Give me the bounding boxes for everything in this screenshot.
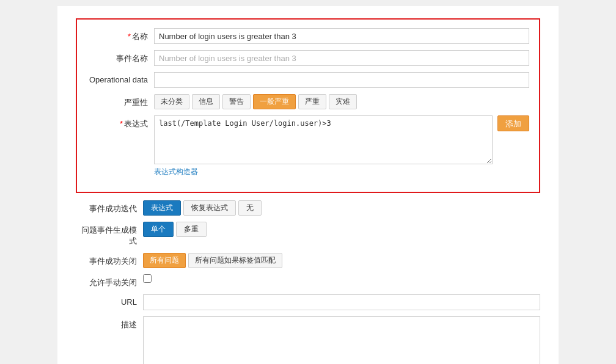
expr-required-star: * [120, 119, 123, 128]
url-label: URL [76, 294, 143, 307]
mode-multiple-btn[interactable]: 多重 [176, 222, 207, 237]
manual-close-checkbox-wrapper [143, 274, 152, 283]
sev-warning[interactable]: 警告 [222, 94, 251, 109]
sev-average[interactable]: 一般严重 [253, 94, 296, 109]
manual-close-label: 允许手动关闭 [76, 274, 143, 288]
expression-input-row: last(/Template Login User/login.user)>3 … [154, 115, 529, 164]
expression-textarea[interactable]: last(/Template Login User/login.user)>3 [154, 115, 493, 164]
description-label: 描述 [76, 316, 143, 330]
severity-row: 严重性 未分类 信息 警告 一般严重 严重 灾难 [87, 94, 529, 109]
manual-close-row: 允许手动关闭 [76, 274, 540, 288]
event-name-label: 事件名称 [87, 50, 154, 64]
expression-label: *表达式 [87, 115, 154, 129]
expression-row: *表达式 last(/Template Login User/login.use… [87, 115, 529, 177]
operational-data-row: Operational data [87, 72, 529, 88]
close-all-issues-btn[interactable]: 所有问题 [143, 253, 186, 268]
close-tag-match-btn[interactable]: 所有问题如果标签值匹配 [188, 253, 282, 268]
sev-info[interactable]: 信息 [192, 94, 220, 109]
name-row: *名称 [87, 28, 529, 44]
expression-builder-link[interactable]: 表达式构造器 [154, 167, 529, 177]
problem-mode-label: 问题事件生成模式 [76, 222, 143, 247]
close-button-group: 所有问题 所有问题如果标签值匹配 [143, 253, 282, 268]
sev-high[interactable]: 严重 [298, 94, 326, 109]
problem-mode-row: 问题事件生成模式 单个 多重 [76, 222, 540, 247]
event-name-input[interactable] [154, 50, 529, 66]
close-row: 事件成功关闭 所有问题 所有问题如果标签值匹配 [76, 253, 540, 268]
description-row: 描述 [76, 316, 540, 364]
event-name-row: 事件名称 [87, 50, 529, 66]
name-label: *名称 [87, 28, 154, 42]
severity-button-group: 未分类 信息 警告 一般严重 严重 灾难 [154, 94, 357, 109]
recovery-none-btn[interactable]: 无 [238, 200, 262, 216]
sev-unclassified[interactable]: 未分类 [154, 94, 189, 109]
description-textarea[interactable] [143, 316, 540, 364]
name-input[interactable] [154, 28, 529, 44]
sev-disaster[interactable]: 灾难 [329, 94, 357, 109]
recovery-button-group: 表达式 恢复表达式 无 [143, 200, 262, 216]
required-star: * [128, 32, 131, 41]
operational-data-input[interactable] [154, 72, 529, 88]
manual-close-checkbox[interactable] [143, 274, 152, 283]
expression-content: last(/Template Login User/login.user)>3 … [154, 115, 529, 177]
trigger-config-section: *名称 事件名称 Operational data 严重性 未分类 信息 警告 … [76, 18, 540, 193]
severity-label: 严重性 [87, 94, 154, 108]
mode-single-btn[interactable]: 单个 [143, 222, 174, 237]
operational-data-label: Operational data [87, 72, 154, 84]
recovery-expression-btn[interactable]: 表达式 [143, 200, 181, 216]
add-expression-button[interactable]: 添加 [497, 115, 529, 131]
close-label: 事件成功关闭 [76, 253, 143, 267]
url-row: URL [76, 294, 540, 310]
mode-button-group: 单个 多重 [143, 222, 207, 237]
url-input[interactable] [143, 294, 540, 310]
recovery-restore-btn[interactable]: 恢复表达式 [183, 200, 236, 216]
form-container: *名称 事件名称 Operational data 严重性 未分类 信息 警告 … [57, 6, 559, 364]
recovery-row: 事件成功迭代 表达式 恢复表达式 无 [76, 200, 540, 216]
recovery-label: 事件成功迭代 [76, 200, 143, 214]
